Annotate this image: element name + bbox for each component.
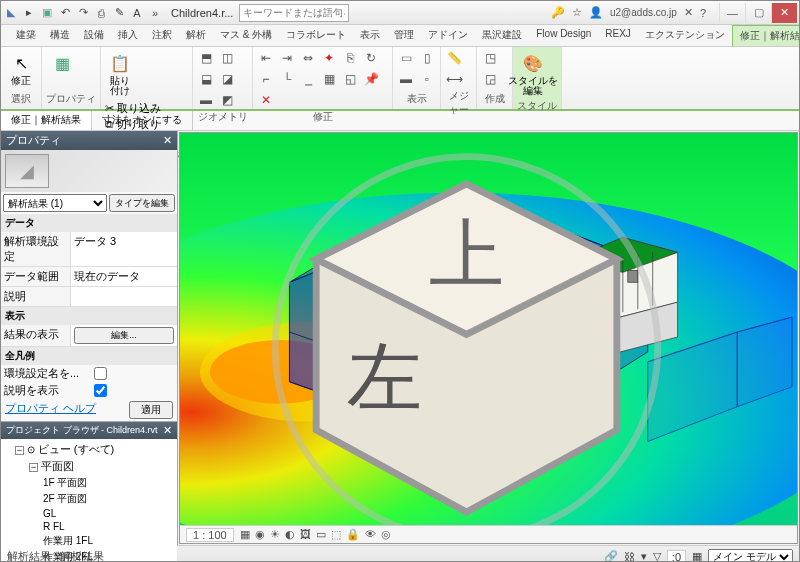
trim-icon[interactable]: ⌐ [257, 70, 275, 88]
tree-root[interactable]: −⊙ ビュー (すべて) [3, 441, 175, 458]
tab-kurosawa[interactable]: 黒沢建設 [475, 25, 529, 46]
lock-icon[interactable]: 🔒 [346, 528, 360, 541]
save-icon[interactable]: ▣ [39, 5, 55, 21]
tab-structure[interactable]: 構造 [43, 25, 77, 46]
tab-architecture[interactable]: 建築 [9, 25, 43, 46]
tab-addins[interactable]: アドイン [421, 25, 475, 46]
tab-modify-results[interactable]: 修正｜解析結果 [732, 25, 800, 46]
view-cube[interactable]: 上 左 [158, 143, 775, 553]
view1-icon[interactable]: ▭ [397, 49, 415, 67]
drawing-canvas[interactable]: 上 左 1 : 100 ▦ ◉ ☀ ◐ 🖼 ▭ ⬚ 🔒 👁 ◎ [179, 132, 798, 544]
tree-item[interactable]: GL [3, 507, 175, 520]
revit-logo-icon[interactable]: ◣ [3, 5, 19, 21]
properties-button[interactable]: ▦ [46, 49, 78, 77]
crop-icon[interactable]: ▭ [316, 528, 326, 541]
cope-icon[interactable]: ⬒ [197, 49, 215, 67]
browser-header[interactable]: プロジェクト ブラウザ - Children4.rvt ✕ [1, 422, 177, 439]
join-icon[interactable]: ⬓ [197, 70, 215, 88]
properties-help-link[interactable]: プロパティ ヘルプ [5, 401, 96, 419]
delete-icon[interactable]: ✕ [257, 91, 275, 109]
shadows-icon[interactable]: ◐ [285, 528, 295, 541]
undo-icon[interactable]: ↶ [57, 5, 73, 21]
rotate-icon[interactable]: ↻ [362, 49, 380, 67]
search-input[interactable] [239, 4, 349, 22]
infocenter-icon[interactable]: 🔑 [549, 6, 567, 19]
properties-header[interactable]: プロパティ ✕ [1, 131, 177, 150]
subtab-dims[interactable]: 寸法をオンにする [92, 111, 193, 130]
tab-manage[interactable]: 管理 [387, 25, 421, 46]
tab-flowdesign[interactable]: Flow Design [529, 25, 598, 46]
text-icon[interactable]: A [129, 5, 145, 21]
crop-region-icon[interactable]: ⬚ [331, 528, 341, 541]
chk-showdesc[interactable] [94, 383, 107, 398]
dim-icon[interactable]: ⟷ [445, 70, 463, 88]
type-selector[interactable]: 解析結果 (1) [3, 194, 107, 212]
tab-systems[interactable]: 設備 [77, 25, 111, 46]
scale-selector[interactable]: 1 : 100 [186, 528, 234, 542]
measure-icon[interactable]: ✎ [111, 5, 127, 21]
tree-floorplans[interactable]: −平面図 [3, 458, 175, 475]
tab-rexj[interactable]: REXJ [598, 25, 638, 46]
tree-item[interactable]: R FL [3, 520, 175, 533]
create1-icon[interactable]: ◳ [481, 49, 499, 67]
close-button[interactable]: ✕ [771, 3, 797, 23]
redo-icon[interactable]: ↷ [75, 5, 91, 21]
user-label[interactable]: u2@adds.co.jp [608, 7, 679, 18]
help-icon[interactable]: ? [698, 7, 708, 19]
minimize-button[interactable]: — [719, 3, 745, 23]
split2-icon[interactable]: ⎯ [299, 70, 317, 88]
search-box[interactable] [239, 4, 349, 22]
tab-massing[interactable]: マス & 外構 [213, 25, 279, 46]
edit-style-button[interactable]: 🎨 スタイルを 編集 [517, 49, 549, 98]
cut-geom-icon[interactable]: ◫ [218, 49, 236, 67]
copy-mod-icon[interactable]: ⎘ [341, 49, 359, 67]
view2-icon[interactable]: ▯ [418, 49, 436, 67]
array-icon[interactable]: ▦ [320, 70, 338, 88]
more-icon[interactable]: » [147, 5, 163, 21]
wall-icon[interactable]: ▬ [197, 91, 215, 109]
create2-icon[interactable]: ◲ [481, 70, 499, 88]
align-icon[interactable]: ⇤ [257, 49, 275, 67]
open-icon[interactable]: ▸ [21, 5, 37, 21]
tab-collaborate[interactable]: コラボレート [279, 25, 353, 46]
sun-path-icon[interactable]: ☀ [270, 528, 280, 541]
scale-icon[interactable]: ◱ [341, 70, 359, 88]
print-icon[interactable]: ⎙ [93, 5, 109, 21]
tree-item[interactable]: 1F 平面図 [3, 475, 175, 491]
tree-item[interactable]: 2F 平面図 [3, 491, 175, 507]
split-icon[interactable]: ◪ [218, 70, 236, 88]
ribbon-group-style: 🎨 スタイルを 編集 スタイル [513, 47, 562, 109]
offset-icon[interactable]: ⇥ [278, 49, 296, 67]
collapse-icon[interactable]: − [15, 446, 24, 455]
pin-icon[interactable]: 📌 [362, 70, 380, 88]
measure-btn-icon[interactable]: 📏 [445, 49, 463, 67]
tab-insert[interactable]: 挿入 [111, 25, 145, 46]
share-icon[interactable]: ☆ [570, 6, 584, 19]
tab-analyze[interactable]: 解析 [179, 25, 213, 46]
modify-button[interactable]: ↖ 修正 [5, 49, 37, 88]
tab-annotate[interactable]: 注釈 [145, 25, 179, 46]
subtab-modify[interactable]: 修正｜解析結果 [1, 111, 92, 130]
tab-extensions[interactable]: エクステンション [638, 25, 732, 46]
extend-icon[interactable]: └ [278, 70, 296, 88]
demolish-icon[interactable]: ◩ [218, 91, 236, 109]
titlebar-right: 🔑 ☆ 👤 u2@adds.co.jp ✕ ? — ▢ ✕ [549, 3, 797, 23]
paste-button[interactable]: 📋 貼り付け [105, 49, 135, 98]
temp-hide-icon[interactable]: 👁 [365, 528, 376, 541]
view3-icon[interactable]: ▬ [397, 70, 415, 88]
exchange-icon[interactable]: ✕ [682, 6, 695, 19]
rendering-icon[interactable]: 🖼 [300, 528, 311, 541]
maximize-button[interactable]: ▢ [745, 3, 771, 23]
mirror-icon[interactable]: ⇔ [299, 49, 317, 67]
collapse-icon[interactable]: − [29, 463, 38, 472]
detail-level-icon[interactable]: ▦ [240, 528, 250, 541]
project-tree[interactable]: −⊙ ビュー (すべて) −平面図 1F 平面図 2F 平面図 GL R FL … [1, 439, 177, 562]
reveal-icon[interactable]: ◎ [381, 528, 391, 541]
chk-envname[interactable] [94, 366, 107, 381]
view4-icon[interactable]: ▫ [418, 70, 436, 88]
visual-style-icon[interactable]: ◉ [255, 528, 265, 541]
signin-icon[interactable]: 👤 [587, 6, 605, 19]
tab-view[interactable]: 表示 [353, 25, 387, 46]
tree-item[interactable]: 作業用 1FL [3, 533, 175, 549]
move-icon[interactable]: ✦ [320, 49, 338, 67]
